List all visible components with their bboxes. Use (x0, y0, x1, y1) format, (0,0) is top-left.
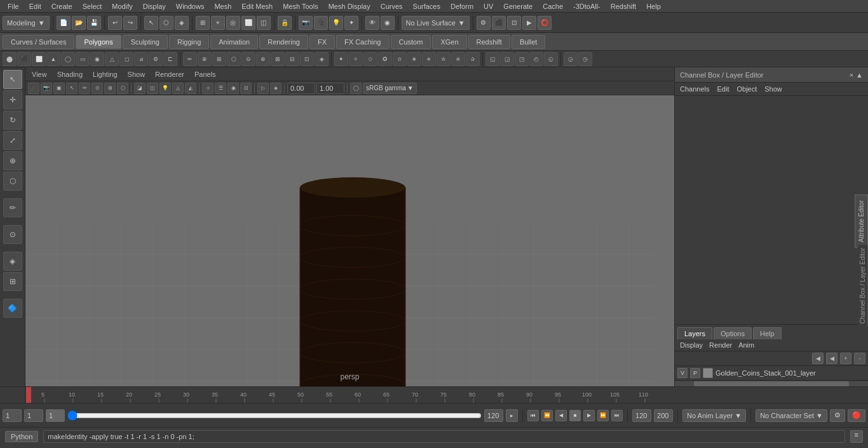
menu-uv[interactable]: UV (478, 1, 498, 11)
edit-bridge-btn[interactable]: ⊞ (212, 52, 226, 66)
end-frame-field[interactable]: 120 (632, 409, 651, 422)
uv-auto-btn[interactable]: ◲ (500, 52, 514, 66)
vc-grid-btn[interactable]: ⊹ (202, 83, 214, 94)
vc-tex-btn[interactable]: ◫ (147, 83, 158, 94)
vc-cam2-btn[interactable]: 📷 (41, 83, 52, 94)
le-add-layer-btn[interactable]: + (840, 353, 851, 364)
menu-curves[interactable]: Curves (376, 1, 408, 11)
poly-gear-btn[interactable]: ⚙ (149, 52, 163, 66)
frame-field-2[interactable]: 1 (24, 409, 43, 422)
menu-edit-mesh[interactable]: Edit Mesh (236, 1, 278, 11)
vc-paint-btn[interactable]: ✏ (79, 83, 90, 94)
tab-rendering[interactable]: Rendering (259, 35, 308, 49)
poly-pipe-btn[interactable]: ⊏ (163, 52, 177, 66)
menu-generate[interactable]: Generate (498, 1, 538, 11)
menu-select[interactable]: Select (78, 1, 107, 11)
vc-shadow-btn[interactable]: ◬ (172, 83, 184, 94)
vp-menu-show[interactable]: Show (124, 71, 149, 78)
frame-end-btn[interactable]: ▸ (506, 409, 518, 422)
frame-end-field[interactable]: 120 (484, 409, 503, 422)
le-delete-layer-btn[interactable]: - (854, 353, 865, 364)
menu-3dto[interactable]: -3DtoAll- (568, 1, 606, 11)
vc-shading-btn[interactable]: ◪ (134, 83, 146, 94)
auto-key-btn[interactable]: 🔴 (848, 409, 865, 422)
render-ipr-btn[interactable]: ▶ (522, 16, 536, 30)
cb-menu-object[interactable]: Object (736, 85, 757, 93)
poly-cube-btn[interactable]: ⬛ (17, 52, 31, 66)
redo-btn[interactable]: ↪ (123, 16, 137, 30)
menu-surfaces[interactable]: Surfaces (408, 1, 445, 11)
help-line-toggle[interactable]: ≡ (850, 430, 863, 443)
layer-playback-btn[interactable]: P (690, 368, 700, 378)
universal-tool[interactable]: ⊕ (3, 151, 22, 170)
channel-box-close-btn[interactable]: × (850, 71, 853, 79)
poly-pyramid-btn[interactable]: △ (105, 52, 119, 66)
menu-modify[interactable]: Modify (107, 1, 137, 11)
render-swatch-btn[interactable]: ⭕ (538, 16, 552, 30)
render-view-btn[interactable]: ⬛ (492, 16, 506, 30)
scale-tool[interactable]: ⤢ (3, 131, 22, 150)
show-hide-btn[interactable]: 👁 (365, 16, 379, 30)
edit-connect-btn[interactable]: ⊝ (241, 52, 255, 66)
mesh-sculpt-btn[interactable]: ✰ (466, 52, 480, 66)
new-scene-btn[interactable]: 📄 (57, 16, 71, 30)
tab-redshift[interactable]: Redshift (468, 35, 510, 49)
vc-xray-btn[interactable]: ◈ (270, 83, 281, 94)
render-btn[interactable]: ✦ (344, 16, 358, 30)
skip-to-start-btn[interactable]: ⏮ (527, 410, 539, 421)
frame-field-3[interactable]: 1 (46, 409, 65, 422)
mesh-cleanup-btn[interactable]: ✦ (334, 52, 348, 66)
vp-menu-panels[interactable]: Panels (191, 71, 220, 78)
edit-collapse-btn[interactable]: ⬡ (227, 52, 241, 66)
edit-detach-btn[interactable]: ⊗ (256, 52, 270, 66)
poly-disk-btn[interactable]: ◉ (90, 52, 104, 66)
le-move-down-btn[interactable]: ◀ (826, 353, 837, 364)
vp-menu-renderer[interactable]: Renderer (151, 71, 188, 78)
menu-mesh[interactable]: Mesh (209, 1, 236, 11)
vp-menu-lighting[interactable]: Lighting (89, 71, 121, 78)
menu-edit[interactable]: Edit (24, 1, 46, 11)
channel-box-side-tab[interactable]: Channel Box / Layer Editor (858, 245, 868, 327)
paint-tool-btn[interactable]: ◈ (175, 16, 189, 30)
tab-polygons[interactable]: Polygons (76, 35, 121, 49)
snap-surface-btn[interactable]: ⬜ (241, 16, 255, 30)
layer-visibility-btn[interactable]: V (677, 368, 688, 378)
vc-isolate-btn[interactable]: ◉ (227, 83, 239, 94)
key-settings-btn[interactable]: ⚙ (830, 409, 845, 422)
select-tool-btn[interactable]: ↖ (144, 16, 158, 30)
current-frame-field[interactable]: 1 (3, 409, 22, 422)
mesh-combine-btn[interactable]: ✧ (349, 52, 363, 66)
edit-append-btn[interactable]: ⊕ (198, 52, 212, 66)
mesh-smooth-btn[interactable]: ✫ (393, 52, 407, 66)
snap-grid-btn[interactable]: ⊞ (196, 16, 210, 30)
show-manip-tool[interactable]: ⊙ (3, 225, 22, 244)
attr1-btn[interactable]: ◶ (564, 52, 578, 66)
rotate-tool[interactable]: ↻ (3, 111, 22, 130)
play-back-btn[interactable]: ◀ (555, 410, 567, 421)
menu-redshift[interactable]: Redshift (606, 1, 641, 11)
poly-cone-btn[interactable]: ▲ (46, 52, 60, 66)
step-forward-btn[interactable]: ⏩ (597, 410, 609, 421)
cb-menu-channels[interactable]: Channels (680, 85, 709, 93)
mesh-remesh-btn[interactable]: ✮ (437, 52, 451, 66)
attribute-editor-tab[interactable]: Attribute Editor (855, 194, 868, 248)
play-forward-btn[interactable]: ▶ (583, 410, 595, 421)
cb-menu-show[interactable]: Show (764, 85, 782, 93)
attr2-btn[interactable]: ◷ (578, 52, 592, 66)
skip-to-end-btn[interactable]: ⏭ (611, 410, 623, 421)
tab-rigging[interactable]: Rigging (169, 35, 209, 49)
menu-create[interactable]: Create (46, 1, 78, 11)
vc-cam3-btn[interactable]: ▣ (53, 83, 65, 94)
vc-wire-btn[interactable]: ⊞ (104, 83, 116, 94)
channel-box-collapse-btn[interactable]: ▲ (856, 71, 863, 79)
uv-best-btn[interactable]: ◳ (515, 52, 529, 66)
workspace-dropdown[interactable]: Modeling ▼ (3, 16, 50, 30)
layer-scrollbar-thumb[interactable] (694, 381, 848, 386)
poly-prism-btn[interactable]: ◻ (119, 52, 133, 66)
vc-light-btn[interactable]: 💡 (159, 83, 171, 94)
menu-deform[interactable]: Deform (445, 1, 478, 11)
vc-soft-btn[interactable]: ⊙ (92, 83, 103, 94)
snap-curve-btn[interactable]: ⌖ (211, 16, 225, 30)
show-all-btn[interactable]: ◉ (381, 16, 395, 30)
timeline-scrubber[interactable] (67, 413, 482, 418)
